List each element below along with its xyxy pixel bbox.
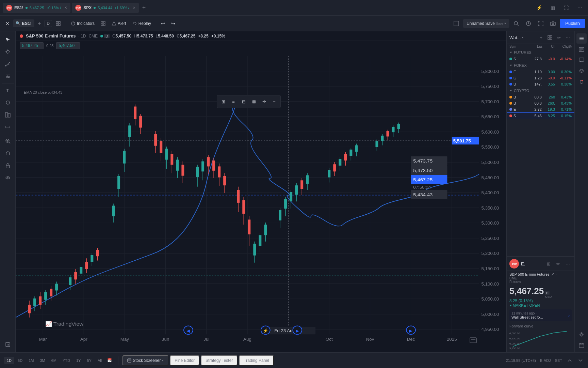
- chart-canvas-container[interactable]: 5,473.75 5,473.50 5,467.25 07:50:04 5,43…: [16, 56, 506, 343]
- watchlist-more-btn[interactable]: ⋯: [564, 33, 572, 42]
- stock-screener-tab[interactable]: Stock Screener ▾: [122, 355, 168, 366]
- fullscreen-icon[interactable]: ⛶: [561, 2, 572, 13]
- tf-1d[interactable]: 1D: [4, 357, 14, 364]
- layout-icon[interactable]: ▦: [547, 2, 558, 13]
- bars-icon[interactable]: ⚡: [534, 2, 544, 13]
- dots-icon[interactable]: ⋯: [574, 2, 585, 13]
- trash-tool[interactable]: [2, 339, 13, 350]
- close-chart-button[interactable]: ✕: [3, 19, 12, 28]
- futures-section-header[interactable]: ▼ FUTURES: [507, 49, 574, 56]
- forex-dot-1: [509, 71, 512, 73]
- templates-button[interactable]: [98, 20, 108, 27]
- measure-tool[interactable]: [2, 122, 13, 133]
- alert-button[interactable]: Alert: [109, 20, 129, 27]
- bell-icon[interactable]: [576, 77, 587, 87]
- forex-section-header[interactable]: ▼ FOREX: [507, 62, 574, 69]
- detail-edit-btn[interactable]: ✏: [554, 260, 562, 268]
- detail-grid-btn[interactable]: ⊞: [544, 260, 553, 268]
- shapes-tool[interactable]: [2, 97, 13, 108]
- price-input-2[interactable]: 5,467.50: [56, 42, 80, 49]
- text-tool[interactable]: T: [2, 85, 13, 96]
- forex-item-3[interactable]: U 147. 0.55 0.38%: [507, 81, 574, 87]
- tf-5y[interactable]: 5Y: [84, 357, 94, 364]
- crypto-sym-2: B: [513, 101, 527, 105]
- drawing-tools-button[interactable]: [53, 19, 64, 28]
- magnet-tool[interactable]: [2, 148, 13, 159]
- crypto-item-1[interactable]: B 60,8 260 0.43%: [507, 94, 574, 100]
- tf-1m[interactable]: 1M: [26, 357, 36, 364]
- float-cols-btn[interactable]: ⊠: [249, 97, 259, 106]
- crosshair-tool[interactable]: [2, 46, 13, 57]
- futures-item-1[interactable]: S 27.8 -0.0 -0.14%: [507, 56, 574, 62]
- price-input-current[interactable]: 5,467.25: [20, 42, 44, 49]
- tf-calendar[interactable]: 📅: [105, 357, 114, 364]
- tab-es1-close[interactable]: ✕: [64, 6, 67, 10]
- tab-spx[interactable]: 500 SPX 5,434.44 +1.69% / ✕: [72, 3, 139, 13]
- chart-session-box: D: [100, 34, 110, 38]
- tf-1y[interactable]: 1Y: [74, 357, 83, 364]
- detail-more-btn[interactable]: ⋯: [564, 260, 572, 268]
- fib-tool[interactable]: [2, 71, 13, 82]
- watchlist-icon[interactable]: [576, 33, 587, 44]
- symbol-search-button[interactable]: 🔍 ES1!: [13, 19, 34, 27]
- pine-editor-tab[interactable]: Pine Editor: [170, 355, 199, 366]
- add-tab-button[interactable]: +: [140, 4, 148, 11]
- trend-line-tool[interactable]: [2, 59, 13, 70]
- tf-ytd[interactable]: YTD: [60, 357, 73, 364]
- float-cross-btn[interactable]: ✛: [259, 97, 269, 106]
- tf-6m[interactable]: 6M: [49, 357, 59, 364]
- unnamed-save-button[interactable]: Unnamed Save Save ▾: [463, 19, 509, 28]
- lock-tool[interactable]: [2, 160, 13, 171]
- b-adj-btn[interactable]: B-ADJ: [540, 358, 551, 363]
- tab-spx-close[interactable]: ✕: [133, 6, 135, 10]
- chat-icon[interactable]: [576, 55, 587, 65]
- watchlist-layout-btn[interactable]: [546, 33, 554, 42]
- publish-button[interactable]: Publish: [560, 19, 585, 28]
- panel-toggle-up[interactable]: [566, 357, 573, 364]
- zoom-tool[interactable]: [2, 136, 13, 147]
- float-rows-btn[interactable]: ⊟: [239, 97, 248, 106]
- cursor-tool[interactable]: [2, 34, 13, 45]
- float-minus-btn[interactable]: −: [270, 97, 279, 106]
- strategy-tester-tab[interactable]: Strategy Tester: [201, 355, 238, 366]
- forex-item-2[interactable]: G 1.28 -0.0 -0.11%: [507, 75, 574, 81]
- set-btn[interactable]: SET: [555, 358, 562, 363]
- camera-btn[interactable]: [548, 19, 558, 28]
- settings-icon[interactable]: [576, 329, 587, 339]
- session-label: D: [104, 34, 110, 38]
- watchlist-edit-btn[interactable]: ✏: [555, 33, 563, 42]
- search-icon-btn[interactable]: [511, 19, 522, 28]
- crypto-item-3[interactable]: E 2,72 19.3 0.71%: [507, 106, 574, 112]
- tf-3m[interactable]: 3M: [37, 357, 48, 364]
- calendar-icon[interactable]: [576, 340, 587, 350]
- news-item[interactable]: 11 minutes ago · Wall Street set fo... ›: [509, 309, 572, 321]
- add-symbol-button[interactable]: +: [35, 19, 44, 28]
- interval-button[interactable]: D: [44, 20, 52, 27]
- float-lines-btn[interactable]: ≡: [229, 97, 238, 106]
- redo-button[interactable]: ↪: [168, 19, 178, 28]
- fullscreen-btn[interactable]: [535, 19, 546, 28]
- eye-tool[interactable]: [2, 172, 13, 183]
- layout-toggle-button[interactable]: [451, 19, 462, 28]
- crypto-item-4[interactable]: S 5.46 8.25 0.15%: [507, 112, 574, 119]
- tf-5d[interactable]: 5D: [15, 357, 25, 364]
- projections-tool[interactable]: [2, 109, 13, 120]
- svg-text:6,000.00: 6,000.00: [509, 342, 520, 345]
- panel-toggle-down[interactable]: [577, 357, 584, 364]
- chart-area[interactable]: S&P 500 E-mini Futures · 1D CME D O5,457…: [16, 31, 506, 352]
- forex-item-1[interactable]: E 1.10 0.00 0.30%: [507, 69, 574, 75]
- indicators-button[interactable]: Indicators: [68, 20, 97, 27]
- crypto-item-2[interactable]: B 60,8 260. 0.43%: [507, 100, 574, 106]
- clock-icon-btn[interactable]: [523, 19, 534, 28]
- replay-button[interactable]: Replay: [130, 20, 154, 27]
- layers-icon[interactable]: [576, 66, 587, 76]
- trading-panel-tab[interactable]: Trading Panel: [239, 355, 274, 366]
- tf-all[interactable]: All: [95, 357, 104, 364]
- crypto-section-header[interactable]: ▼ CRYPTO: [507, 87, 574, 94]
- news-icon[interactable]: [576, 44, 587, 55]
- float-grid-btn[interactable]: ⊞: [218, 97, 228, 106]
- unnamed-save-label: Unnamed Save: [467, 21, 495, 26]
- tab-es1[interactable]: 500 ES1! 5,467.25 +0.15% / ✕: [3, 3, 70, 13]
- undo-button[interactable]: ↩: [158, 19, 168, 28]
- watchlist-add-btn[interactable]: +: [537, 33, 545, 42]
